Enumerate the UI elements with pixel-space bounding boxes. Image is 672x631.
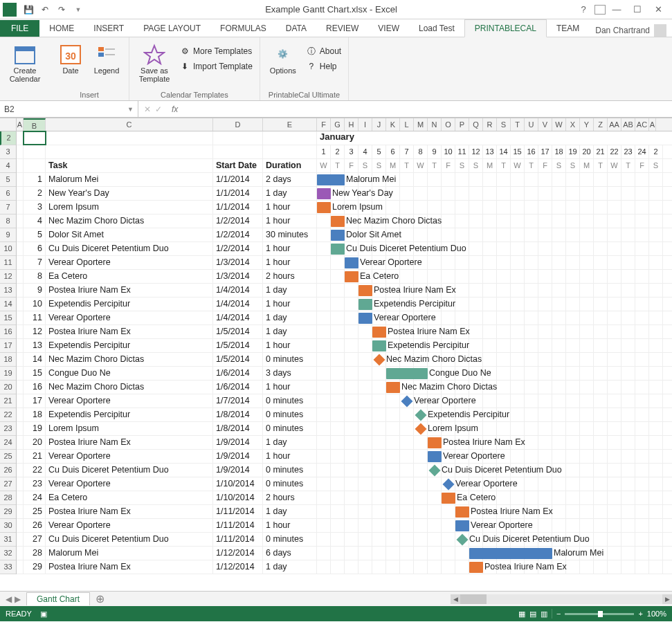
row-header-29[interactable]: 29 (0, 505, 16, 519)
tab-formulas[interactable]: FORMULAS (210, 20, 276, 37)
col-header-K[interactable]: K (386, 118, 400, 131)
tab-view[interactable]: VIEW (368, 20, 409, 37)
row-header-13[interactable]: 13 (0, 284, 16, 298)
row-header-6[interactable]: 6 (0, 187, 16, 201)
table-row[interactable]: 14Nec Mazim Choro Dictas1/5/20140 minute… (17, 353, 672, 367)
row-header-23[interactable]: 23 (0, 422, 16, 436)
tab-review[interactable]: REVIEW (316, 20, 368, 37)
row-header-2[interactable]: 2 (0, 131, 16, 145)
col-header-A[interactable]: A (17, 118, 24, 131)
horizontal-scrollbar[interactable]: ◀ ▶ (451, 594, 672, 604)
row-header-5[interactable]: 5 (0, 173, 16, 187)
create-calendar-button[interactable]: Create Calendar (6, 40, 44, 83)
row-header-27[interactable]: 27 (0, 477, 16, 491)
table-row[interactable]: 9Postea Iriure Nam Ex1/4/20141 dayPostea… (17, 284, 672, 298)
col-header-U[interactable]: U (525, 118, 538, 131)
about-button[interactable]: ⓘAbout (305, 44, 343, 58)
col-header-AA[interactable]: AA (608, 118, 621, 131)
cancel-formula-icon[interactable]: ✕ (144, 104, 151, 114)
table-row[interactable]: 25Postea Iriure Nam Ex1/11/20141 dayPost… (17, 505, 672, 519)
date-button[interactable]: 30 Date (55, 40, 86, 75)
col-header-I[interactable]: I (358, 118, 372, 131)
table-row[interactable]: 3Lorem Ipsum1/1/20141 hourLorem Ipsum (17, 201, 672, 214)
table-row[interactable]: 21Verear Oportere1/9/20141 hourVerear Op… (17, 450, 672, 464)
help-icon[interactable]: ? (574, 2, 593, 17)
table-row[interactable]: 28Malorum Mei1/12/20146 daysMalorum Mei (17, 547, 672, 560)
import-template-button[interactable]: ⬇Import Template (178, 60, 254, 73)
col-header-M[interactable]: M (414, 118, 428, 131)
row-header-30[interactable]: 30 (0, 519, 16, 533)
scroll-left-icon[interactable]: ◀ (451, 594, 460, 604)
row-header-19[interactable]: 19 (0, 367, 16, 381)
col-header-AC[interactable]: AC (635, 118, 649, 131)
formula-input[interactable] (182, 101, 672, 117)
table-row[interactable]: 5Dolor Sit Amet1/2/201430 minutesDolor S… (17, 228, 672, 242)
table-row[interactable]: 15Congue Duo Ne1/6/20143 daysCongue Duo … (17, 367, 672, 381)
col-header-N[interactable]: N (428, 118, 442, 131)
row-header-3[interactable]: 3 (0, 145, 16, 159)
save-as-template-button[interactable]: Save as Template (135, 40, 174, 83)
zoom-in-icon[interactable]: + (638, 610, 642, 618)
col-header-E[interactable]: E (263, 118, 317, 131)
row-header-14[interactable]: 14 (0, 298, 16, 311)
tab-insert[interactable]: INSERT (84, 20, 134, 37)
row-header-8[interactable]: 8 (0, 214, 16, 228)
macro-record-icon[interactable]: ▣ (40, 610, 47, 619)
close-icon[interactable]: ✕ (648, 2, 668, 17)
row-header-9[interactable]: 9 (0, 228, 16, 242)
more-templates-button[interactable]: ⚙More Templates (178, 44, 254, 58)
undo-icon[interactable]: ↶ (37, 2, 53, 17)
tab-page-layout[interactable]: PAGE LAYOUT (134, 20, 210, 37)
table-row[interactable]: 23Verear Oportere1/10/20140 minutesVerea… (17, 477, 672, 491)
column-headers[interactable]: ABCDEFGHIJKLMNOPQRSTUVWXYZAAABACA (0, 118, 672, 131)
table-row[interactable]: 16Nec Mazim Choro Dictas1/6/20141 hourNe… (17, 381, 672, 394)
col-header-AB[interactable]: AB (621, 118, 635, 131)
normal-view-icon[interactable]: ▦ (518, 610, 525, 619)
qat-customize-icon[interactable]: ▼ (71, 2, 86, 17)
row-header-33[interactable]: 33 (0, 560, 16, 574)
col-header-X[interactable]: X (566, 118, 580, 131)
name-box-dropdown-icon[interactable]: ▼ (127, 106, 134, 113)
row-header-12[interactable]: 12 (0, 270, 16, 284)
col-header-P[interactable]: P (455, 118, 469, 131)
save-icon[interactable]: 💾 (21, 2, 36, 17)
table-row[interactable]: 26Verear Oportere1/11/20141 hourVerear O… (17, 519, 672, 533)
col-header-R[interactable]: R (483, 118, 497, 131)
col-header-B[interactable]: B (24, 118, 46, 131)
table-row[interactable]: 22Cu Duis Diceret Petentium Duo1/9/20140… (17, 464, 672, 477)
col-header-A[interactable]: A (649, 118, 656, 131)
col-header-T[interactable]: T (511, 118, 525, 131)
col-header-G[interactable]: G (331, 118, 345, 131)
col-header-C[interactable]: C (46, 118, 213, 131)
table-row[interactable]: 20Postea Iriure Nam Ex1/9/20141 dayPoste… (17, 436, 672, 450)
tab-team[interactable]: TEAM (547, 20, 589, 37)
row-header-21[interactable]: 21 (0, 394, 16, 408)
col-header-Q[interactable]: Q (469, 118, 483, 131)
table-row[interactable]: 10Expetendis Percipitur1/4/20141 hourExp… (17, 298, 672, 311)
new-sheet-button[interactable]: ⊕ (90, 592, 110, 605)
legend-button[interactable]: Legend (90, 40, 123, 75)
row-header-16[interactable]: 16 (0, 325, 16, 339)
row-header-32[interactable]: 32 (0, 547, 16, 560)
table-row[interactable]: 24Ea Cetero1/10/20142 hoursEa Cetero (17, 491, 672, 505)
zoom-out-icon[interactable]: − (556, 610, 561, 618)
col-header-L[interactable]: L (400, 118, 414, 131)
col-header-Y[interactable]: Y (580, 118, 594, 131)
row-header-18[interactable]: 18 (0, 353, 16, 367)
table-row[interactable]: 27Cu Duis Diceret Petentium Duo1/11/2014… (17, 533, 672, 547)
col-header-S[interactable]: S (497, 118, 511, 131)
row-header-24[interactable]: 24 (0, 436, 16, 450)
row-header-28[interactable]: 28 (0, 491, 16, 505)
grid-content[interactable]: January123456789101112131415161718192021… (17, 131, 672, 574)
zoom-slider[interactable] (565, 613, 634, 615)
row-header-25[interactable]: 25 (0, 450, 16, 464)
table-row[interactable]: 2New Year's Day1/1/20141 dayNew Year's D… (17, 187, 672, 201)
table-row[interactable]: 8Ea Cetero1/3/20142 hoursEa Cetero (17, 270, 672, 284)
table-row[interactable]: 7Verear Oportere1/3/20141 hourVerear Opo… (17, 256, 672, 270)
maximize-icon[interactable]: ☐ (628, 2, 647, 17)
col-header-F[interactable]: F (317, 118, 331, 131)
spreadsheet-grid[interactable]: ABCDEFGHIJKLMNOPQRSTUVWXYZAAABACA 234567… (0, 118, 672, 591)
sheet-next-icon[interactable]: ▶ (15, 594, 21, 604)
ribbon-display-icon[interactable] (594, 5, 606, 15)
row-header-4[interactable]: 4 (0, 159, 16, 173)
